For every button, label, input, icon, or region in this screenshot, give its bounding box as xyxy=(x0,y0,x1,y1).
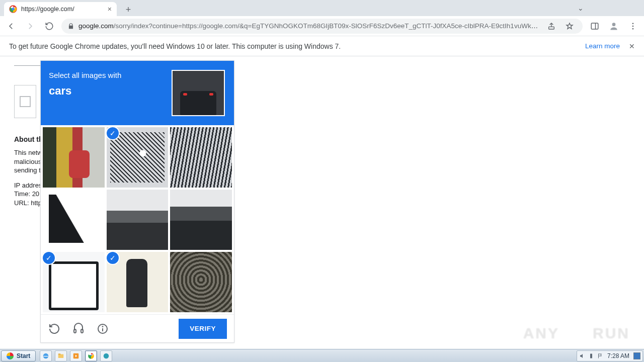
recaptcha-header: Select all images with cars xyxy=(41,61,234,125)
tab-active[interactable]: https://google.com/ × xyxy=(4,2,117,16)
page-body: About th This netw malicious sending t I… xyxy=(0,56,644,349)
show-desktop-button[interactable] xyxy=(633,352,640,359)
taskbar-edge-icon[interactable] xyxy=(100,350,112,361)
profile-icon[interactable] xyxy=(607,19,621,33)
address-bar[interactable]: google.com/sorry/index?continue=https://… xyxy=(61,19,583,34)
svg-point-6 xyxy=(632,23,634,24)
new-tab-button[interactable]: + xyxy=(122,3,135,16)
tab-strip: https://google.com/ × + ⌄ xyxy=(0,0,644,16)
nav-back-button[interactable] xyxy=(4,19,18,33)
share-icon[interactable] xyxy=(544,19,558,33)
svg-point-5 xyxy=(612,23,616,26)
taskbar: Start 7:28 AM xyxy=(0,349,644,362)
recaptcha-target: cars xyxy=(49,82,121,99)
tray-usb-icon[interactable] xyxy=(588,353,594,359)
bookmark-icon[interactable] xyxy=(562,19,577,33)
watermark: ANY RUN xyxy=(523,323,630,344)
taskbar-pins xyxy=(40,350,112,361)
recaptcha-tile-3[interactable]: ✓ xyxy=(43,190,105,250)
tab-title: https://google.com/ xyxy=(21,6,74,13)
infobar-close-icon[interactable]: ✕ xyxy=(629,42,635,50)
url-text: google.com/sorry/index?continue=https://… xyxy=(78,22,540,30)
recaptcha-tile-4[interactable]: ✓ xyxy=(107,190,169,250)
tabs-overflow-icon[interactable]: ⌄ xyxy=(578,4,584,12)
toolbar: google.com/sorry/index?continue=https://… xyxy=(0,16,644,36)
recaptcha-tile-0[interactable]: ✓ xyxy=(43,127,105,188)
recaptcha-tile-2[interactable]: ✓ xyxy=(170,127,232,188)
tray-sound-icon[interactable] xyxy=(579,353,585,359)
nav-forward-button[interactable] xyxy=(23,19,37,33)
play-icon xyxy=(566,323,587,344)
tray-flag-icon[interactable] xyxy=(597,353,603,359)
reload-button[interactable] xyxy=(42,19,56,33)
system-tray[interactable]: 7:28 AM xyxy=(577,350,643,361)
recaptcha-grid: ✓ ✓ ✓ ✓ ✓ ✓ ✓ ✓ ✓ xyxy=(41,125,234,314)
learn-more-link[interactable]: Learn more xyxy=(585,42,620,50)
svg-rect-16 xyxy=(58,353,61,354)
update-infobar: To get future Google Chrome updates, you… xyxy=(0,36,644,56)
svg-rect-22 xyxy=(590,353,592,358)
check-icon: ✓ xyxy=(43,252,55,264)
svg-point-13 xyxy=(103,326,103,327)
svg-rect-3 xyxy=(591,23,598,29)
tray-clock[interactable]: 7:28 AM xyxy=(606,352,630,359)
side-panel-icon[interactable] xyxy=(588,19,602,33)
recaptcha-info-icon[interactable] xyxy=(96,322,109,335)
taskbar-chrome-icon[interactable] xyxy=(85,350,97,361)
svg-point-21 xyxy=(104,353,109,358)
recaptcha-sample-image xyxy=(172,70,225,116)
google-favicon xyxy=(9,5,17,13)
svg-point-1 xyxy=(12,8,14,10)
recaptcha-tile-6[interactable]: ✓ xyxy=(43,252,105,312)
svg-point-8 xyxy=(632,28,634,29)
recaptcha-tile-8[interactable]: ✓ xyxy=(170,252,232,312)
svg-point-7 xyxy=(632,25,634,27)
recaptcha-tile-5[interactable]: ✓ xyxy=(170,190,232,250)
start-button[interactable]: Start xyxy=(1,350,36,361)
svg-rect-2 xyxy=(549,27,554,29)
tab-close-icon[interactable]: × xyxy=(108,5,112,13)
recaptcha-challenge: Select all images with cars ✓ ✓ ✓ ✓ ✓ ✓ … xyxy=(40,60,234,343)
recaptcha-tile-7[interactable]: ✓ xyxy=(107,252,169,312)
check-icon: ✓ xyxy=(107,252,119,264)
recaptcha-checkbox-box[interactable] xyxy=(14,85,36,118)
check-icon: ✓ xyxy=(107,127,119,139)
kebab-menu-icon[interactable] xyxy=(626,19,640,33)
taskbar-media-icon[interactable] xyxy=(70,350,82,361)
verify-button[interactable]: VERIFY xyxy=(179,319,227,339)
windows-orb-icon xyxy=(7,352,14,359)
recaptcha-reload-icon[interactable] xyxy=(48,322,61,335)
recaptcha-audio-icon[interactable] xyxy=(72,322,85,335)
start-label: Start xyxy=(17,352,30,359)
recaptcha-footer: VERIFY xyxy=(41,314,234,342)
taskbar-explorer-icon[interactable] xyxy=(55,350,67,361)
infobar-message: To get future Google Chrome updates, you… xyxy=(9,42,341,50)
recaptcha-prompt: Select all images with xyxy=(49,71,121,79)
lock-icon xyxy=(67,23,74,30)
recaptcha-tile-1[interactable]: ✓ xyxy=(107,127,169,188)
taskbar-ie-icon[interactable] xyxy=(40,350,52,361)
